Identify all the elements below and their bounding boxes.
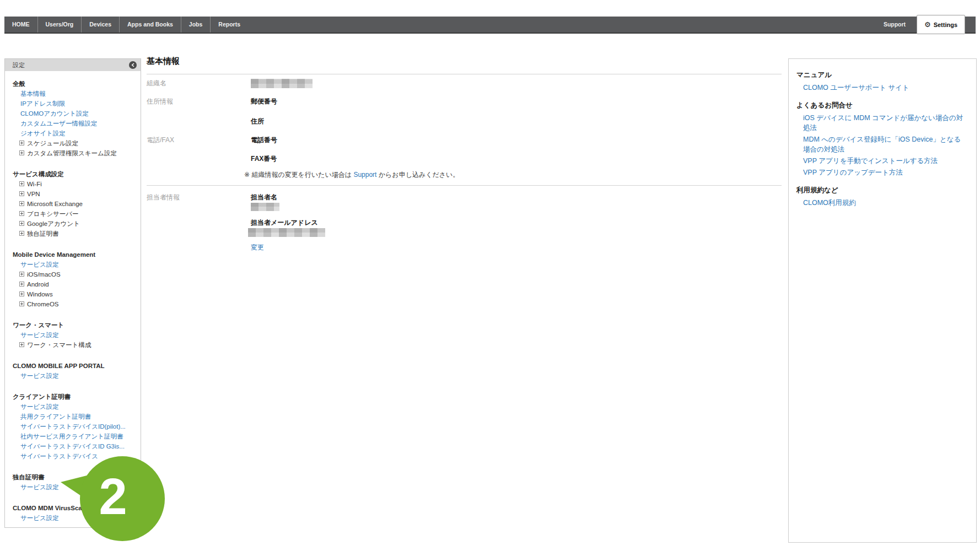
sidebar-expand-label: Wi-Fi (27, 181, 42, 187)
faq-title: よくあるお問合せ (796, 101, 967, 110)
sidebar-collapse-button[interactable] (129, 61, 137, 69)
sidebar-link[interactable]: 共用クライアント証明書 (13, 412, 136, 422)
sidebar-link[interactable]: サービス設定 (13, 402, 136, 412)
sidebar-expand-label: Microsoft Exchange (27, 201, 83, 207)
sidebar-expand-item[interactable]: iOS/macOS (13, 269, 136, 279)
plus-expand-icon[interactable] (19, 211, 24, 216)
sidebar-expand-label: Googleアカウント (27, 220, 80, 227)
sidebar-expand-label: iOS/macOS (27, 271, 61, 278)
sidebar-section-app-portal: CLOMO MOBILE APP PORTAL サービス設定 (13, 361, 136, 381)
sidebar-expand-item[interactable]: カスタム管理権限スキーム設定 (13, 148, 136, 158)
plus-expand-icon[interactable] (19, 301, 24, 306)
sidebar-link[interactable]: 社内サービス用クライアント証明書 (13, 431, 136, 441)
sidebar-link-basic-info[interactable]: 基本情報 (13, 89, 136, 99)
settings-tab-label: Settings (934, 21, 957, 28)
sidebar-section-title: クライアント証明書 (13, 392, 136, 402)
nav-apps-and-books[interactable]: Apps and Books (119, 17, 181, 33)
sidebar-expand-label: Windows (27, 291, 53, 298)
tab-settings[interactable]: ⚙ Settings (917, 15, 965, 34)
sidebar-expand-label: カスタム管理権限スキーム設定 (27, 150, 117, 156)
sidebar-header: 設定 (5, 59, 141, 71)
sidebar-title: 設定 (13, 61, 25, 69)
help-link[interactable]: iOS デバイスに MDM コマンドが届かない場合の対処法 (796, 113, 967, 133)
sidebar-expand-item[interactable]: Microsoft Exchange (13, 199, 136, 209)
sidebar-section-title: CLOMO MOBILE APP PORTAL (13, 361, 136, 371)
nav-users-org[interactable]: Users/Org (37, 17, 82, 33)
sidebar-expand-item[interactable]: Android (13, 279, 136, 289)
redacted-contact-email (248, 228, 325, 237)
help-link-user-support-site[interactable]: CLOMO ユーザーサポート サイト (796, 83, 967, 93)
plus-expand-icon[interactable] (19, 282, 24, 287)
note-text-suffix: からお申し込みください。 (376, 171, 459, 179)
top-nav-bar: HOME Users/Org Devices Apps and Books Jo… (4, 17, 976, 34)
plus-expand-icon[interactable] (19, 291, 24, 296)
step-number: 2 (99, 468, 127, 525)
nav-home[interactable]: HOME (4, 17, 37, 33)
manual-section: マニュアル CLOMO ユーザーサポート サイト (796, 71, 967, 93)
street-address-label: 住所 (251, 117, 264, 126)
terms-title: 利用規約など (796, 186, 967, 195)
plus-expand-icon[interactable] (19, 150, 24, 155)
sidebar-expand-item[interactable]: プロキシサーバー (13, 209, 136, 219)
contact-email-label: 担当者メールアドレス (251, 218, 318, 228)
sidebar-expand-item[interactable]: ワーク・スマート構成 (13, 340, 136, 350)
plus-expand-icon[interactable] (19, 221, 24, 226)
chevron-left-icon (131, 63, 134, 67)
sidebar-expand-label: VPN (27, 191, 40, 197)
contact-info-label: 担当者情報 (147, 193, 180, 202)
sidebar-expand-item[interactable]: Googleアカウント (13, 219, 136, 229)
manual-title: マニュアル (796, 71, 967, 80)
step-2-annotation-balloon: 2 (52, 449, 171, 551)
sidebar-expand-item[interactable]: 独自証明書 (13, 229, 136, 239)
help-link[interactable]: MDM へのデバイス登録時に「iOS Device」となる場合の対処法 (796, 134, 967, 154)
plus-expand-icon[interactable] (19, 231, 24, 236)
sidebar-expand-label: Android (27, 281, 49, 288)
plus-expand-icon[interactable] (19, 201, 24, 206)
plus-expand-icon[interactable] (19, 181, 24, 186)
help-link[interactable]: VPP アプリのアップデート方法 (796, 168, 967, 177)
change-link[interactable]: 変更 (251, 243, 264, 252)
sidebar-expand-item[interactable]: スケジュール設定 (13, 138, 136, 148)
plus-expand-icon[interactable] (19, 191, 24, 196)
nav-jobs[interactable]: Jobs (181, 17, 211, 33)
sidebar-section-service-config: サービス構成設定 Wi-Fi VPN Microsoft Exchange プロ… (13, 169, 136, 239)
sidebar-expand-item[interactable]: ChromeOS (13, 299, 136, 309)
sidebar-link[interactable]: カスタムユーザー情報設定 (13, 118, 136, 128)
plus-expand-icon[interactable] (19, 141, 24, 145)
org-change-note: ※ 組織情報の変更を行いたい場合は Support からお申し込みください。 (244, 170, 459, 180)
plus-expand-icon[interactable] (19, 272, 24, 277)
support-link[interactable]: Support (353, 171, 376, 179)
postal-code-label: 郵便番号 (251, 97, 277, 106)
phone-number-label: 電話番号 (251, 136, 277, 145)
sidebar-expand-item[interactable]: VPN (13, 189, 136, 199)
page-title: 基本情報 (147, 56, 180, 67)
sidebar-section-title: 全般 (13, 79, 136, 89)
sidebar-expand-item[interactable]: Windows (13, 289, 136, 299)
note-text-prefix: ※ 組織情報の変更を行いたい場合は (244, 171, 353, 179)
terms-section: 利用規約など CLOMO利用規約 (796, 186, 967, 208)
sidebar-link[interactable]: ジオサイト設定 (13, 128, 136, 138)
gear-icon: ⚙ (924, 21, 931, 28)
nav-devices[interactable]: Devices (81, 17, 119, 33)
sidebar-link[interactable]: サービス設定 (13, 330, 136, 340)
nav-reports[interactable]: Reports (210, 17, 248, 33)
sidebar-link[interactable]: IPアドレス制限 (13, 99, 136, 109)
help-panel: マニュアル CLOMO ユーザーサポート サイト よくあるお問合せ iOS デバ… (788, 58, 977, 543)
sidebar-expand-label: ChromeOS (27, 301, 59, 307)
faq-section: よくあるお問合せ iOS デバイスに MDM コマンドが届かない場合の対処法 M… (796, 101, 967, 177)
help-link[interactable]: VPP アプリを手動でインストールする方法 (796, 156, 967, 166)
sidebar-expand-item[interactable]: Wi-Fi (13, 179, 136, 189)
sidebar-section-title: サービス構成設定 (13, 169, 136, 179)
sidebar-expand-label: スケジュール設定 (27, 140, 78, 147)
nav-support[interactable]: Support (875, 17, 914, 33)
sidebar-expand-label: プロキシサーバー (27, 210, 79, 217)
sidebar-link[interactable]: CLOMOアカウント設定 (13, 109, 136, 118)
help-link-terms[interactable]: CLOMO利用規約 (796, 198, 967, 208)
section-divider (147, 185, 782, 186)
sidebar-section-work-smart: ワーク・スマート サービス設定 ワーク・スマート構成 (13, 320, 136, 350)
sidebar-link[interactable]: サービス設定 (13, 371, 136, 381)
plus-expand-icon[interactable] (19, 342, 24, 347)
sidebar-link[interactable]: サービス設定 (13, 260, 136, 269)
org-name-label: 組織名 (147, 79, 166, 88)
sidebar-link[interactable]: サイバートラストデバイスID(pilot)... (13, 422, 136, 431)
